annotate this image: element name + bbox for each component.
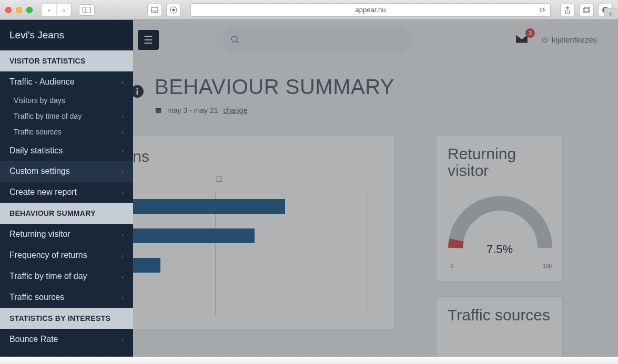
returning-visitor-panel: Returning visitor 7.5% 0 100: [437, 136, 563, 282]
return-panel-title: Returning visitor: [448, 145, 552, 179]
sidebar-item[interactable]: Returning visitor›: [0, 224, 133, 245]
minimize-window-button[interactable]: [16, 7, 22, 13]
url-bar[interactable]: appear.hu ⟳: [190, 3, 551, 17]
logout-link[interactable]: kijelentkezés: [541, 35, 597, 44]
toolbar-mid: [147, 4, 181, 16]
sidebar-section-header: BEHAVIOUR SUMMARY: [0, 203, 133, 224]
chevron-right-icon: ›: [121, 147, 124, 154]
change-date-link[interactable]: change: [223, 106, 247, 115]
chevron-right-icon: ›: [121, 231, 124, 238]
close-window-button[interactable]: [5, 7, 12, 13]
chevron-right-icon: ›: [121, 294, 124, 301]
calendar-icon: [155, 107, 162, 114]
traffic-sources-panel: Traffic sources: [437, 296, 563, 357]
sidebar-item[interactable]: Frequency of returns›: [0, 245, 133, 266]
sidebar-item[interactable]: Traffic sources›: [0, 287, 133, 308]
legend-swatch: [217, 176, 222, 182]
browser-chrome: ‹ › appear.hu ⟳ +: [0, 0, 618, 20]
chevron-right-icon: ›: [121, 273, 124, 280]
chart-legend: [217, 176, 226, 182]
maximize-window-button[interactable]: [26, 7, 33, 13]
chevron-right-icon: ›: [121, 252, 124, 259]
privacy-icon[interactable]: [166, 4, 181, 16]
sources-panel-title: Traffic sources: [448, 306, 552, 324]
sidebar-item[interactable]: Traffic - Audience›: [0, 71, 133, 92]
sidebar-item-label: Frequency of returns: [9, 251, 87, 260]
sidebar-item[interactable]: Daily statistics›: [0, 140, 133, 161]
date-range-text: may 3 - may 21: [167, 106, 218, 115]
sidebar-item-label: Traffic sources: [9, 293, 64, 302]
new-tab-button[interactable]: +: [604, 8, 617, 19]
search-icon: [230, 35, 240, 45]
logout-label: kijelentkezés: [552, 35, 597, 44]
sidebar-section-header: VISITOR STATISTICS: [0, 50, 133, 71]
browser-status-bar: [0, 357, 618, 364]
back-button[interactable]: ‹: [42, 4, 56, 16]
notifications-button[interactable]: 3: [515, 34, 529, 46]
sidebar-item[interactable]: Traffic by time of day›: [0, 266, 133, 287]
chevron-right-icon: ›: [121, 189, 124, 196]
sidebar-item-label: Create new report: [9, 188, 77, 197]
chevron-right-icon: ›: [121, 128, 124, 136]
window-controls: [5, 7, 33, 13]
menu-toggle-button[interactable]: ☰: [138, 30, 159, 50]
chevron-right-icon: ›: [121, 336, 124, 344]
sidebar-item[interactable]: Traffic sources›: [0, 124, 133, 140]
nav-buttons: ‹ ›: [41, 4, 72, 16]
svg-point-9: [136, 88, 138, 89]
chart-gridline: [368, 192, 368, 316]
page-title: BEHAVIOUR SUMMARY: [155, 75, 394, 99]
sidebar-item-label: Bounce Rate: [9, 335, 58, 344]
sidebar-item[interactable]: Visitors by days: [0, 92, 133, 108]
tabs-icon[interactable]: [579, 4, 594, 16]
search-input[interactable]: [222, 29, 411, 51]
chevron-right-icon: ›: [121, 78, 124, 86]
svg-point-3: [173, 8, 175, 11]
brand-title[interactable]: Levi's Jeans: [0, 20, 133, 50]
svg-rect-8: [137, 90, 138, 95]
hamburger-icon: ☰: [144, 34, 153, 46]
sidebar-item-label: Returning visitor: [9, 230, 70, 239]
sidebar-item-label: Traffic - Audience: [9, 77, 75, 87]
gauge-value: 7.5%: [487, 243, 513, 256]
sidebar-item-label: Custom settings: [9, 167, 70, 176]
sidebar-section-header: STATISTICS BY INTERESTS: [0, 308, 133, 329]
sidebar-item-label: Visitors by days: [14, 96, 65, 105]
reload-icon[interactable]: ⟳: [540, 6, 546, 14]
notification-badge: 3: [525, 28, 535, 38]
share-icon[interactable]: [560, 4, 575, 16]
sidebar: Levi's Jeans VISITOR STATISTICSTraffic -…: [0, 20, 133, 357]
sidebar-item[interactable]: Create new report›: [0, 182, 133, 203]
power-icon: [541, 36, 549, 44]
returning-visitor-gauge: 7.5% 0 100: [448, 190, 552, 269]
sidebar-item[interactable]: Traffic by time of day›: [0, 108, 133, 124]
app-viewport: ☰ 3 kijelentkezés BEHAVIOUR SUMMARY: [0, 20, 618, 357]
chevron-right-icon: ›: [121, 168, 124, 175]
svg-rect-11: [156, 108, 161, 109]
gauge-min-label: 0: [451, 263, 454, 269]
inbox-icon[interactable]: [147, 4, 162, 16]
gauge-max-label: 100: [543, 263, 552, 269]
sidebar-item-label: Traffic sources: [14, 128, 62, 136]
sidebar-item-label: Daily statistics: [9, 146, 63, 155]
sidebar-item-label: Traffic by time of day: [14, 112, 82, 120]
sidebar-item-label: Traffic by time of day: [9, 272, 87, 281]
safari-sidebar-button[interactable]: [79, 4, 95, 16]
url-text: appear.hu: [356, 6, 386, 14]
date-range-row: may 3 - may 21 change: [155, 106, 394, 115]
forward-button[interactable]: ›: [56, 4, 71, 16]
svg-rect-0: [83, 7, 91, 13]
sidebar-item[interactable]: Bounce Rate›: [0, 329, 133, 350]
chevron-right-icon: ›: [121, 112, 124, 120]
sidebar-item[interactable]: Custom settings›: [0, 161, 133, 182]
